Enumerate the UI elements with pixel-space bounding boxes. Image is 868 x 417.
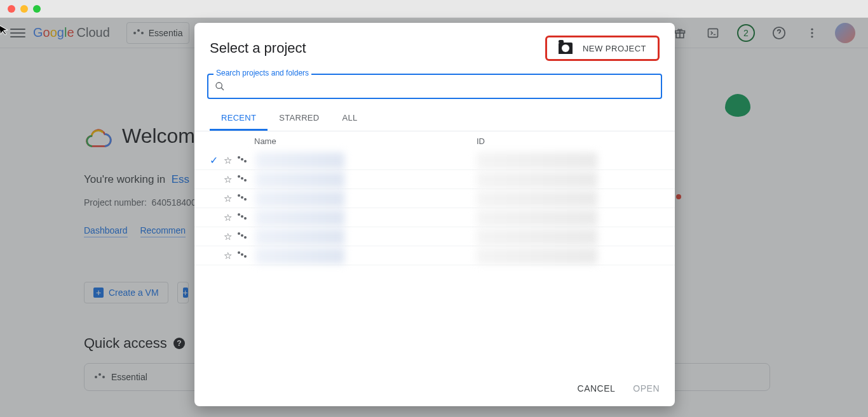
mac-minimize-button[interactable]: [20, 5, 28, 13]
mac-fullscreen-button[interactable]: [33, 5, 41, 13]
star-icon[interactable]: ☆: [224, 250, 234, 261]
tabs: RECENT STARRED ALL: [194, 99, 675, 131]
project-icon: [238, 253, 247, 258]
table-row[interactable]: ☆: [194, 246, 675, 265]
project-rows: ✓ ☆ ☆ ☆ ☆ ☆: [194, 151, 675, 265]
project-icon: [238, 177, 247, 182]
table-header: Name ID: [194, 131, 675, 151]
project-icon: [238, 196, 247, 201]
project-name-redacted: [255, 190, 344, 207]
mac-titlebar: [0, 0, 868, 18]
table-row[interactable]: ☆: [194, 189, 675, 208]
tab-recent[interactable]: RECENT: [210, 107, 268, 131]
project-name-redacted: [255, 152, 344, 169]
star-icon[interactable]: ☆: [224, 193, 234, 204]
tab-starred[interactable]: STARRED: [268, 107, 330, 131]
new-project-label: NEW PROJECT: [583, 44, 646, 53]
star-icon[interactable]: ☆: [224, 155, 234, 166]
project-name-redacted: [255, 248, 344, 264]
project-icon: [238, 215, 247, 220]
new-project-button[interactable]: NEW PROJECT: [545, 36, 660, 61]
svg-point-7: [216, 83, 222, 88]
table-row[interactable]: ☆: [194, 170, 675, 189]
star-icon[interactable]: ☆: [224, 212, 234, 223]
project-id-redacted: [477, 228, 597, 245]
star-icon[interactable]: ☆: [224, 174, 234, 185]
select-project-dialog: Select a project NEW PROJECT Search proj…: [194, 23, 675, 406]
check-icon: ✓: [210, 154, 220, 166]
project-name-redacted: [255, 209, 344, 226]
project-name-redacted: [255, 228, 344, 245]
search-box[interactable]: [207, 74, 662, 99]
search-label: Search projects and folders: [214, 69, 311, 77]
search-icon: [215, 81, 225, 91]
new-project-folder-icon: [559, 43, 573, 54]
column-id-header: ID: [477, 136, 660, 146]
star-icon[interactable]: ☆: [224, 231, 234, 242]
project-icon: [238, 158, 247, 162]
project-name-redacted: [255, 171, 344, 188]
project-id-redacted: [477, 209, 597, 226]
search-input[interactable]: [230, 81, 654, 91]
project-id-redacted: [477, 190, 597, 207]
cancel-button[interactable]: CANCEL: [578, 383, 616, 394]
project-id-redacted: [477, 248, 597, 264]
project-id-redacted: [477, 152, 597, 169]
table-row[interactable]: ☆: [194, 208, 675, 227]
open-button[interactable]: OPEN: [633, 383, 660, 394]
dialog-title: Select a project: [210, 40, 306, 56]
mac-close-button[interactable]: [8, 5, 15, 13]
table-row[interactable]: ☆: [194, 227, 675, 246]
tab-all[interactable]: ALL: [331, 107, 369, 131]
project-icon: [238, 234, 247, 239]
project-id-redacted: [477, 171, 597, 188]
table-row[interactable]: ✓ ☆: [194, 151, 675, 170]
column-name-header: Name: [254, 136, 477, 146]
